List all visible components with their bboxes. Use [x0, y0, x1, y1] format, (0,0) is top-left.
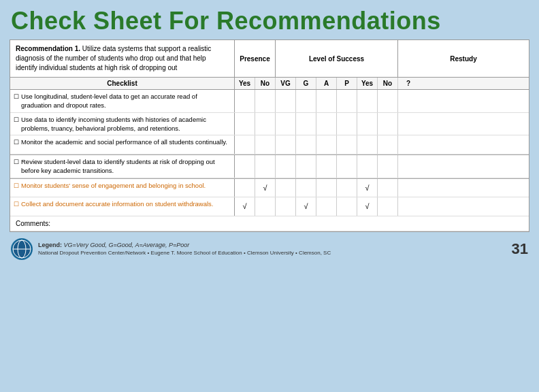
- checklist-subheader: Checklist: [10, 78, 235, 89]
- checklist-cell-orange: ☐ Monitor students' sense of engagement …: [10, 179, 235, 197]
- presence-no-cell: [255, 90, 276, 112]
- presence-header: Presence: [235, 40, 276, 77]
- presence-no-cell: [255, 135, 276, 154]
- checklist-cell: ☐ Use data to identify incoming students…: [10, 113, 235, 135]
- check-sheet-table: Recommendation 1. Utilize data systems t…: [10, 39, 529, 232]
- checkbox-icon: ☐: [14, 116, 19, 125]
- checklist-cell: ☐ Review student-level data to identify …: [10, 155, 235, 178]
- footer: Legend: VG=Very Good, G=Good, A=Average,…: [10, 236, 529, 262]
- comments-label: Comments:: [16, 220, 50, 227]
- restudy-yes-cell: [357, 155, 378, 178]
- rec-label: Recommendation 1.: [16, 45, 80, 52]
- restudy-no-subheader: No: [378, 78, 398, 89]
- presence-no-cell: [255, 155, 276, 178]
- restudy-no-cell: [378, 135, 398, 154]
- level-of-success-header: Level of Success: [276, 40, 398, 77]
- checkbox-icon: ☐: [14, 182, 19, 191]
- org-name: National Dropout Prevention Center/Netwo…: [38, 250, 331, 256]
- restudy-no-cell: [378, 197, 398, 216]
- checklist-cell: ☐ Use longitudinal, student-level data t…: [10, 90, 235, 112]
- yes-subheader: Yes: [235, 78, 255, 89]
- presence-no-cell: √: [255, 179, 276, 197]
- vg-cell: [276, 135, 296, 154]
- g-cell: [296, 155, 316, 178]
- comments-row: Comments:: [10, 216, 529, 231]
- restudy-q-cell: [398, 179, 419, 197]
- vg-cell: [276, 179, 296, 197]
- p-cell: [337, 155, 357, 178]
- vg-cell: [276, 113, 296, 135]
- a-cell: [316, 197, 337, 216]
- vg-cell: [276, 155, 296, 178]
- presence-no-cell: [255, 197, 276, 216]
- table-row: ☐ Use data to identify incoming students…: [10, 113, 529, 136]
- a-cell: [316, 90, 337, 112]
- recommendation-header: Recommendation 1. Utilize data systems t…: [10, 40, 235, 77]
- restudy-q-cell: [398, 113, 419, 135]
- a-subheader: A: [316, 78, 337, 89]
- a-cell: [316, 135, 337, 154]
- checklist-cell-orange: ☐ Collect and document accurate informat…: [10, 197, 235, 216]
- p-cell: [337, 135, 357, 154]
- restudy-q-cell: [398, 135, 419, 154]
- presence-yes-cell: [235, 113, 255, 135]
- restudy-yes-subheader: Yes: [357, 78, 378, 89]
- presence-yes-cell: [235, 155, 255, 178]
- restudy-yes-cell: √: [357, 179, 378, 197]
- presence-no-cell: [255, 113, 276, 135]
- a-cell: [316, 179, 337, 197]
- org-logo: [11, 238, 33, 260]
- legend-text: Legend: VG=Very Good, G=Good, A=Average,…: [38, 242, 331, 248]
- table-row: ☐ Monitor the academic and social perfor…: [10, 135, 529, 154]
- restudy-no-cell: [378, 113, 398, 135]
- restudy-no-cell: [378, 179, 398, 197]
- checkbox-icon: ☐: [14, 138, 19, 147]
- restudy-yes-cell: [357, 90, 378, 112]
- restudy-no-cell: [378, 155, 398, 178]
- p-cell: [337, 113, 357, 135]
- vg-cell: [276, 197, 296, 216]
- checkbox-icon: ☐: [14, 93, 19, 101]
- g-cell: [296, 179, 316, 197]
- table-body: ☐ Use longitudinal, student-level data t…: [10, 90, 529, 216]
- restudy-yes-cell: √: [357, 197, 378, 216]
- table-subheader-row: Checklist Yes No VG G A P Yes No ?: [10, 78, 529, 90]
- vg-cell: [276, 90, 296, 112]
- p-cell: [337, 179, 357, 197]
- g-subheader: G: [296, 78, 316, 89]
- presence-yes-cell: [235, 179, 255, 197]
- p-cell: [337, 90, 357, 112]
- a-cell: [316, 113, 337, 135]
- page-number: 31: [512, 240, 528, 258]
- table-row: ☐ Collect and document accurate informat…: [10, 197, 529, 216]
- restudy-q-subheader: ?: [398, 78, 419, 89]
- presence-yes-cell: √: [235, 197, 255, 216]
- p-subheader: P: [337, 78, 357, 89]
- table-row: ☐ Review student-level data to identify …: [10, 154, 529, 178]
- table-row: ☐ Monitor students' sense of engagement …: [10, 178, 529, 197]
- checkbox-icon: ☐: [14, 158, 19, 167]
- checklist-cell: ☐ Monitor the academic and social perfor…: [10, 135, 235, 154]
- restudy-no-cell: [378, 90, 398, 112]
- p-cell: [337, 197, 357, 216]
- page-title: Check Sheet For Recommendations: [11, 7, 528, 35]
- g-cell: [296, 90, 316, 112]
- checkbox-icon: ☐: [14, 200, 19, 209]
- restudy-q-cell: [398, 155, 419, 178]
- g-cell: √: [296, 197, 316, 216]
- footer-left: Legend: VG=Very Good, G=Good, A=Average,…: [11, 238, 331, 260]
- g-cell: [296, 113, 316, 135]
- table-row: ☐ Use longitudinal, student-level data t…: [10, 90, 529, 113]
- vg-subheader: VG: [276, 78, 296, 89]
- no-subheader: No: [255, 78, 276, 89]
- restudy-q-cell: [398, 197, 419, 216]
- g-cell: [296, 135, 316, 154]
- restudy-yes-cell: [357, 113, 378, 135]
- restudy-q-cell: [398, 90, 419, 112]
- restudy-header: Restudy: [398, 40, 529, 77]
- restudy-yes-cell: [357, 135, 378, 154]
- presence-yes-cell: [235, 135, 255, 154]
- a-cell: [316, 155, 337, 178]
- presence-yes-cell: [235, 90, 255, 112]
- table-header-row: Recommendation 1. Utilize data systems t…: [10, 40, 529, 78]
